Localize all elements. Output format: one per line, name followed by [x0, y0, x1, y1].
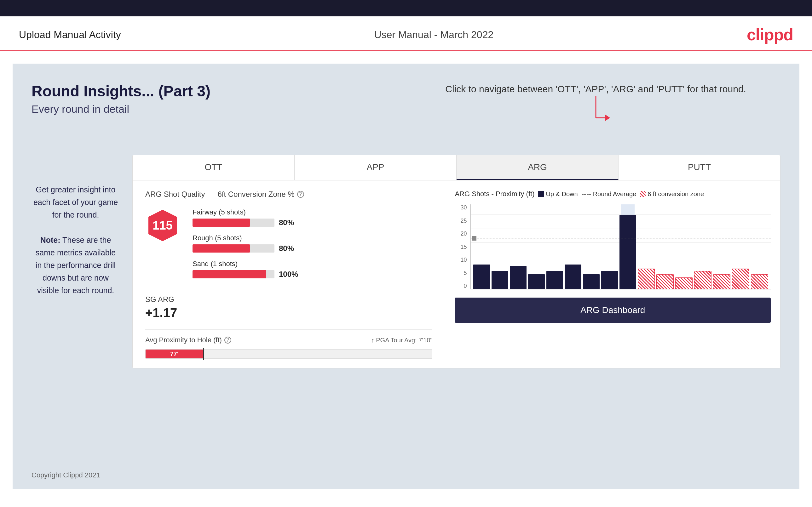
legend-conversion: 6 ft conversion zone [640, 190, 704, 198]
fairway-pct: 80% [279, 218, 298, 227]
tab-putt[interactable]: PUTT [618, 155, 780, 180]
y-label-5: 5 [456, 270, 467, 277]
bar-11-h [656, 274, 674, 289]
y-label-20: 20 [456, 230, 467, 237]
sand-bar-bg [193, 270, 274, 278]
y-label-10: 10 [456, 257, 467, 263]
bar-13-h [694, 271, 711, 289]
tab-arg[interactable]: ARG [457, 155, 618, 180]
bar-15-h [732, 269, 749, 289]
y-label-25: 25 [456, 218, 467, 224]
hex-container: 115 Fairway (5 shots) 80% [145, 208, 432, 286]
tab-bar: OTT APP ARG PUTT [133, 155, 780, 180]
bar-16-h [751, 274, 768, 289]
bar-9-tall [619, 215, 636, 289]
logo: clippd [747, 25, 793, 44]
rough-pct: 80% [279, 244, 298, 253]
sg-value: +1.17 [145, 306, 432, 320]
left-description: Get greater insight into each facet of y… [32, 183, 120, 297]
shot-row-fairway: Fairway (5 shots) 80% [193, 208, 432, 227]
proximity-bar-fill: 77' [146, 349, 203, 358]
right-panel-header: ARG Shots - Proximity (ft) Up & Down Rou… [455, 190, 771, 198]
legend-up-down: Up & Down [538, 190, 577, 198]
proximity-value: 77' [170, 350, 179, 358]
main-card: OTT APP ARG PUTT ARG Shot Quality 6ft Co… [132, 155, 780, 369]
chart-container: 0 5 10 15 20 25 30 [470, 204, 771, 289]
bar-3 [510, 266, 526, 289]
chart-bars [471, 204, 771, 289]
bar-2 [492, 271, 508, 289]
proximity-label: Avg Proximity to Hole (ft) ? [145, 336, 231, 344]
bar-6 [565, 265, 581, 289]
bar-1 [473, 265, 490, 289]
y-label-0: 0 [456, 283, 467, 289]
bar-4 [528, 274, 545, 289]
sg-label: SG ARG [145, 295, 432, 304]
proximity-cursor [203, 348, 204, 360]
shot-quality-label: ARG Shot Quality [145, 190, 205, 199]
bar-5 [546, 271, 563, 289]
legend-dashed-icon [582, 194, 591, 194]
hexagon-badge: 115 [145, 208, 180, 243]
legend-hatched-icon [640, 191, 646, 197]
bar-12-h [675, 277, 693, 289]
fairway-bar-bg [193, 219, 274, 227]
rough-bar-bg [193, 244, 274, 252]
nav-hint: Click to navigate between 'OTT', 'APP', … [445, 82, 746, 133]
card-body: ARG Shot Quality 6ft Conversion Zone % ?… [133, 180, 780, 368]
proximity-benchmark: ↑ PGA Tour Avg: 7'10" [371, 337, 433, 344]
ref-dot [472, 236, 476, 240]
footer: Copyright Clippd 2021 [32, 471, 100, 479]
arg-dashboard-button[interactable]: ARG Dashboard [455, 297, 771, 323]
rough-bar-fill [193, 244, 250, 252]
proximity-bar: 77' [145, 349, 432, 359]
conversion-label: 6ft Conversion Zone % ? [217, 190, 304, 199]
bar-7 [583, 274, 600, 289]
shot-row-rough: Rough (5 shots) 80% [193, 234, 432, 253]
main-content: Round Insights... (Part 3) Every round i… [13, 64, 799, 489]
svg-marker-2 [605, 115, 610, 121]
sand-pct: 100% [279, 270, 298, 279]
tab-ott[interactable]: OTT [133, 155, 295, 180]
bar-8 [601, 271, 618, 289]
top-bar [0, 0, 812, 16]
left-panel: ARG Shot Quality 6ft Conversion Zone % ?… [133, 180, 445, 368]
right-panel: ARG Shots - Proximity (ft) Up & Down Rou… [445, 180, 780, 368]
help-icon[interactable]: ? [297, 191, 304, 198]
chart-title: ARG Shots - Proximity (ft) [455, 190, 535, 198]
fairway-bar-fill [193, 219, 250, 227]
hex-number: 115 [153, 219, 172, 232]
user-manual-label: User Manual - March 2022 [374, 29, 494, 41]
upload-manual-label: Upload Manual Activity [19, 29, 121, 41]
fairway-label: Fairway (5 shots) [193, 208, 432, 216]
legend-round-avg: Round Average [582, 190, 637, 198]
chart-area: 8 [470, 204, 771, 289]
proximity-section: Avg Proximity to Hole (ft) ? ↑ PGA Tour … [145, 329, 432, 359]
shot-rows: Fairway (5 shots) 80% Rough (5 shots) [193, 208, 432, 286]
shot-row-sand: Sand (1 shots) 100% [193, 260, 432, 279]
bar-10-h [638, 269, 655, 289]
sand-bar-fill [193, 270, 266, 278]
tab-app[interactable]: APP [295, 155, 457, 180]
legend-square-icon [538, 191, 544, 197]
ref-line: 8 [471, 238, 771, 238]
rough-label: Rough (5 shots) [193, 234, 432, 242]
sand-label: Sand (1 shots) [193, 260, 432, 268]
proximity-help-icon[interactable]: ? [224, 337, 231, 344]
y-label-30: 30 [456, 204, 467, 211]
bar-14-h [713, 274, 730, 289]
y-label-15: 15 [456, 244, 467, 250]
sg-section: SG ARG +1.17 [145, 295, 432, 320]
header: Upload Manual Activity User Manual - Mar… [0, 16, 812, 51]
y-axis: 0 5 10 15 20 25 30 [456, 204, 467, 289]
left-panel-header: ARG Shot Quality 6ft Conversion Zone % ? [145, 190, 432, 199]
